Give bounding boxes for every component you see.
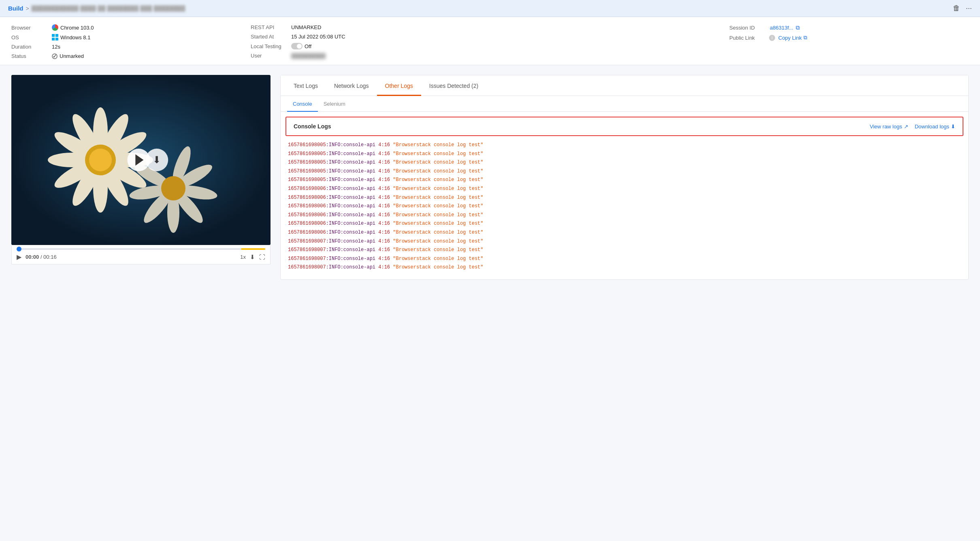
meta-section: Browser Chrome 103.0 OS Windows 8.1 Dura… [0,17,980,65]
download-logs-icon: ⬇ [951,124,955,130]
copy-link-icon: ⧉ [803,34,807,41]
log-line: 1657861698005:INFO:console-api 4:16 "Bro… [288,141,961,150]
external-link-icon: ↗ [904,124,908,130]
meta-group-2: REST API UNMARKED Started At 15 Jul 2022… [251,24,490,59]
download-logs-button[interactable]: Download logs ⬇ [915,124,955,130]
started-at-value: 15 Jul 2022 05:08 UTC [291,34,345,40]
log-line: 1657861698005:INFO:console-api 4:16 "Bro… [288,150,961,159]
log-line: 1657861698006:INFO:console-api 4:16 "Bro… [288,211,961,220]
session-id-value: a86313f... ⧉ [770,24,800,31]
local-testing-row: Local Testing Off [251,43,490,49]
local-testing-value: Off [291,43,311,49]
browser-row: Browser Chrome 103.0 [11,24,251,31]
public-link-row: Public Link i Copy Link ⧉ [729,34,807,41]
session-id-label: Session ID [729,25,766,31]
time-current: 00:00 [26,254,39,260]
main-content: ⬇ ▶ 00:00 / 00:16 1x ⬇ ⛶ [0,65,980,290]
os-value: Windows 8.1 [52,34,90,40]
browser-label: Browser [11,25,48,31]
play-icon [135,154,143,166]
duration-label: Duration [11,44,48,50]
view-raw-logs-button[interactable]: View raw logs ↗ [870,124,908,130]
video-panel: ⬇ ▶ 00:00 / 00:16 1x ⬇ ⛶ [11,75,271,280]
status-label: Status [11,53,48,59]
os-label: OS [11,34,48,40]
fullscreen-button[interactable]: ⛶ [259,253,265,260]
meta-spacer [490,24,729,59]
copy-link-button[interactable]: Copy Link ⧉ [778,34,807,41]
progress-fill [241,248,265,250]
breadcrumb-separator: > [26,5,29,12]
status-dot-icon: ✓ [52,53,58,59]
log-line: 1657861698006:INFO:console-api 4:16 "Bro… [288,185,961,194]
tab-text-logs[interactable]: Text Logs [285,75,326,96]
breadcrumb: Build > ████████████ ████ ██ ████████ ██… [8,5,185,12]
session-id-row: Session ID a86313f... ⧉ [729,24,800,31]
progress-bar[interactable] [17,248,265,250]
tab-network-logs[interactable]: Network Logs [326,75,377,96]
console-title: Console Logs [294,123,331,130]
top-bar-actions: 🗑 ··· [953,4,972,13]
started-at-row: Started At 15 Jul 2022 05:08 UTC [251,34,490,40]
os-row: OS Windows 8.1 [11,34,251,40]
status-row: Status ✓ Unmarked [11,53,251,59]
duration-value: 12s [52,44,60,50]
log-line: 1657861698005:INFO:console-api 4:16 "Bro… [288,158,961,167]
duration-row: Duration 12s [11,44,251,50]
user-row: User ██████████ [251,53,490,59]
sub-tabs-row: Console Selenium [281,96,968,112]
video-container: ⬇ [11,75,271,245]
user-label: User [251,53,287,59]
time-total: 00:16 [43,254,57,260]
windows-icon [52,34,58,40]
log-line: 1657861698005:INFO:console-api 4:16 "Bro… [288,167,961,176]
video-download-icon: ⬇ [153,154,161,166]
tab-other-logs[interactable]: Other Logs [377,75,421,96]
log-line: 1657861698006:INFO:console-api 4:16 "Bro… [288,219,961,228]
delete-icon[interactable]: 🗑 [953,4,960,13]
log-line: 1657861698007:INFO:console-api 4:16 "Bro… [288,263,961,272]
user-value: ██████████ [291,53,326,59]
log-line: 1657861698007:INFO:console-api 4:16 "Bro… [288,255,961,264]
subtab-console[interactable]: Console [287,96,318,112]
svg-point-5 [297,44,302,49]
toggle-off-icon [291,43,303,49]
video-background: ⬇ [11,75,271,245]
meta-group-1: Browser Chrome 103.0 OS Windows 8.1 Dura… [11,24,251,59]
speed-button[interactable]: 1x [240,254,246,260]
meta-group-4: Session ID a86313f... ⧉ Public Link i Co… [729,24,969,59]
chrome-icon [52,24,58,31]
svg-point-20 [89,149,112,171]
rest-api-value: UNMARKED [291,24,321,30]
log-line: 1657861698007:INFO:console-api 4:16 "Bro… [288,237,961,246]
progress-dot [17,247,21,251]
build-link[interactable]: Build [8,5,23,12]
tab-issues-detected[interactable]: Issues Detected (2) [421,75,486,96]
main-tabs-row: Text Logs Network Logs Other Logs Issues… [281,75,968,96]
controls-download-button[interactable]: ⬇ [250,253,255,261]
more-options-icon[interactable]: ··· [966,4,972,13]
started-at-label: Started At [251,34,287,40]
console-header: Console Logs View raw logs ↗ Download lo… [285,117,963,136]
log-line: 1657861698005:INFO:console-api 4:16 "Bro… [288,176,961,185]
logs-panel: Text Logs Network Logs Other Logs Issues… [280,75,969,280]
svg-point-29 [161,176,185,200]
svg-rect-3 [55,38,58,40]
rest-api-row: REST API UNMARKED [251,24,490,30]
controls-row: ▶ 00:00 / 00:16 1x ⬇ ⛶ [17,253,265,261]
rest-api-label: REST API [251,24,287,30]
public-link-label: Public Link [729,35,766,41]
svg-rect-1 [55,34,58,37]
video-download-button[interactable]: ⬇ [145,149,168,171]
log-line: 1657861698007:INFO:console-api 4:16 "Bro… [288,246,961,255]
public-link-info-icon[interactable]: i [769,35,775,41]
svg-rect-0 [52,34,55,37]
log-line: 1657861698006:INFO:console-api 4:16 "Bro… [288,228,961,237]
controls-play-button[interactable]: ▶ [17,253,21,261]
session-id-copy-icon[interactable]: ⧉ [796,24,800,31]
subtab-selenium[interactable]: Selenium [318,96,351,112]
browser-value: Chrome 103.0 [52,24,94,31]
log-line: 1657861698006:INFO:console-api 4:16 "Bro… [288,202,961,211]
video-controls: ▶ 00:00 / 00:16 1x ⬇ ⛶ [11,245,271,264]
log-lines-container: 1657861698005:INFO:console-api 4:16 "Bro… [281,141,968,279]
